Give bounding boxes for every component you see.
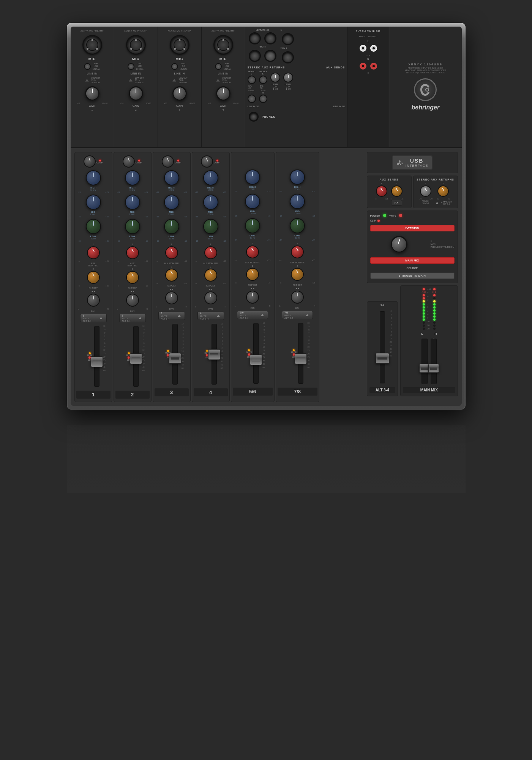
xlr-2[interactable] xyxy=(126,35,146,55)
left-mono-jack-2[interactable] xyxy=(264,32,276,44)
xlr-4[interactable] xyxy=(213,35,233,55)
low-cut-btn-3[interactable] xyxy=(173,79,177,81)
fader-handle-78[interactable] xyxy=(295,353,307,364)
stereo56-r-jack[interactable] xyxy=(248,95,256,103)
gain-knob-1[interactable] xyxy=(85,86,99,101)
comp-knob-1[interactable] xyxy=(84,155,96,168)
eq-mid-knob-78[interactable] xyxy=(290,194,305,209)
aux-fx-knob-78[interactable] xyxy=(291,268,304,281)
fader-handle-2[interactable] xyxy=(130,353,142,364)
low-cut-2: LOW CUT75 Hz18 dB/Oct xyxy=(128,77,144,84)
eq-high-knob-4[interactable] xyxy=(203,170,218,185)
eq-low-knob-56[interactable] xyxy=(245,218,260,233)
main-mix-source-button[interactable]: MAIN MIX xyxy=(370,257,455,264)
2tr-usb-button[interactable]: 2-TR/USB xyxy=(370,225,455,231)
fader-handle-56[interactable] xyxy=(250,355,262,365)
level78-knob[interactable] xyxy=(283,73,293,82)
rca-in-r[interactable] xyxy=(360,63,366,70)
aux1-knob-78[interactable] xyxy=(291,245,304,258)
line-jack-3-left[interactable] xyxy=(171,63,178,70)
mute-button-2[interactable]: 2MUTEALT 3-4 xyxy=(119,314,146,322)
aux-send-1-knob[interactable] xyxy=(376,185,387,197)
main-r-fader-handle[interactable] xyxy=(428,364,439,373)
eq-low-knob-4[interactable] xyxy=(203,219,218,234)
line-jack-1-left[interactable] xyxy=(84,63,91,70)
stereo-return-1-knob[interactable] xyxy=(420,185,431,197)
fx-button[interactable]: FX xyxy=(391,200,402,206)
alt34-fader-handle[interactable] xyxy=(376,353,389,364)
eq-high-knob-3[interactable] xyxy=(164,170,179,185)
aux1-knob-1[interactable] xyxy=(87,246,100,259)
pan-knob-78[interactable] xyxy=(291,291,304,304)
eq-low-knob-2[interactable] xyxy=(125,219,140,234)
fader-handle-4[interactable] xyxy=(208,349,220,360)
mute-button-3[interactable]: 3MUTEALT 3-4 xyxy=(158,312,185,320)
fader-handle-1[interactable] xyxy=(91,356,103,367)
eq-low-knob-1[interactable] xyxy=(86,219,101,234)
aux-fx-knob-3[interactable] xyxy=(165,269,178,282)
fader-track-3 xyxy=(172,324,178,385)
left-mono-jack-1[interactable] xyxy=(249,32,261,44)
eq-high-knob-1[interactable] xyxy=(86,170,101,185)
aux1-knob-4[interactable] xyxy=(204,246,217,259)
rca-in-l[interactable] xyxy=(360,45,366,52)
mute-button-56[interactable]: 5/6MUTEALT 3-4 xyxy=(237,311,268,319)
fader-handle-3[interactable] xyxy=(169,353,181,364)
aux-fx-knob-56[interactable] xyxy=(246,268,259,281)
eq-mid-knob-2[interactable] xyxy=(125,195,140,210)
pan-knob-56[interactable] xyxy=(246,291,259,304)
eq-mid-knob-1[interactable] xyxy=(86,195,101,210)
rca-out-l[interactable] xyxy=(370,45,377,52)
phones-jack[interactable] xyxy=(249,112,259,122)
stereo-return-2-knob[interactable] xyxy=(437,185,449,197)
eq-low-knob-3[interactable] xyxy=(164,219,179,234)
usb-section: USB INTERFACE xyxy=(367,152,458,173)
stereo78-r-jack[interactable] xyxy=(259,95,267,103)
eq-mid-knob-3[interactable] xyxy=(164,195,179,210)
fx-jack-2[interactable] xyxy=(282,51,294,63)
comp-knob-3[interactable] xyxy=(162,155,174,168)
eq-high-knob-2[interactable] xyxy=(125,170,140,185)
eq-mid-knob-4[interactable] xyxy=(203,195,218,210)
aux1-knob-2[interactable] xyxy=(126,246,139,259)
eq-low-knob-78[interactable] xyxy=(290,218,305,233)
line-jack-2-left[interactable] xyxy=(128,63,134,70)
pan-knob-4[interactable] xyxy=(204,291,217,304)
pan-knob-1[interactable] xyxy=(87,294,100,307)
aux-fx-knob-2[interactable] xyxy=(126,271,139,284)
stereo56-mono-jack[interactable] xyxy=(248,76,256,84)
low-cut-btn-1[interactable] xyxy=(85,79,89,81)
aux1-knob-56[interactable] xyxy=(246,245,259,258)
xlr-1[interactable] xyxy=(82,35,102,55)
comp-knob-2[interactable] xyxy=(123,155,135,168)
low-cut-btn-2[interactable] xyxy=(129,79,133,81)
right-jack-1[interactable] xyxy=(249,50,261,62)
eq-high-knob-78[interactable] xyxy=(290,169,305,185)
low-cut-btn-4[interactable] xyxy=(216,79,220,81)
eq-mid-knob-56[interactable] xyxy=(245,194,260,209)
gain-knob-2[interactable] xyxy=(129,86,143,101)
main-mix-btn-returns[interactable] xyxy=(436,202,439,204)
gain-knob-4[interactable] xyxy=(216,86,230,101)
level56-knob[interactable] xyxy=(270,73,280,82)
pan-knob-2[interactable] xyxy=(126,294,139,307)
pan-knob-3[interactable] xyxy=(165,291,178,304)
phones-ctrl-knob[interactable] xyxy=(391,236,407,253)
xlr-3[interactable] xyxy=(170,35,189,55)
comp-knob-4[interactable] xyxy=(201,155,213,168)
aux1-knob-3[interactable] xyxy=(165,246,178,259)
eq-high-knob-56[interactable] xyxy=(245,169,260,185)
fx-jack-1[interactable] xyxy=(282,33,294,45)
mute-button-1[interactable]: 1MUTEALT 3-4 xyxy=(80,314,107,322)
mute-button-78[interactable]: 7/8MUTEALT 3-4 xyxy=(282,311,313,319)
aux-fx-knob-4[interactable] xyxy=(204,269,217,282)
aux-send-2-knob[interactable] xyxy=(391,185,403,197)
aux-fx-knob-1[interactable] xyxy=(87,271,100,284)
rca-out-r[interactable] xyxy=(370,63,377,70)
gain-knob-3[interactable] xyxy=(172,86,187,101)
mute-button-4[interactable]: 4MUTEALT 3-4 xyxy=(197,312,224,320)
stereo78-mono-jack[interactable] xyxy=(259,76,267,84)
2tr-to-main-button[interactable]: 2-TR/USB TO MAIN xyxy=(370,272,455,279)
right-jack-fx[interactable] xyxy=(264,50,276,62)
line-jack-4-left[interactable] xyxy=(215,63,222,70)
